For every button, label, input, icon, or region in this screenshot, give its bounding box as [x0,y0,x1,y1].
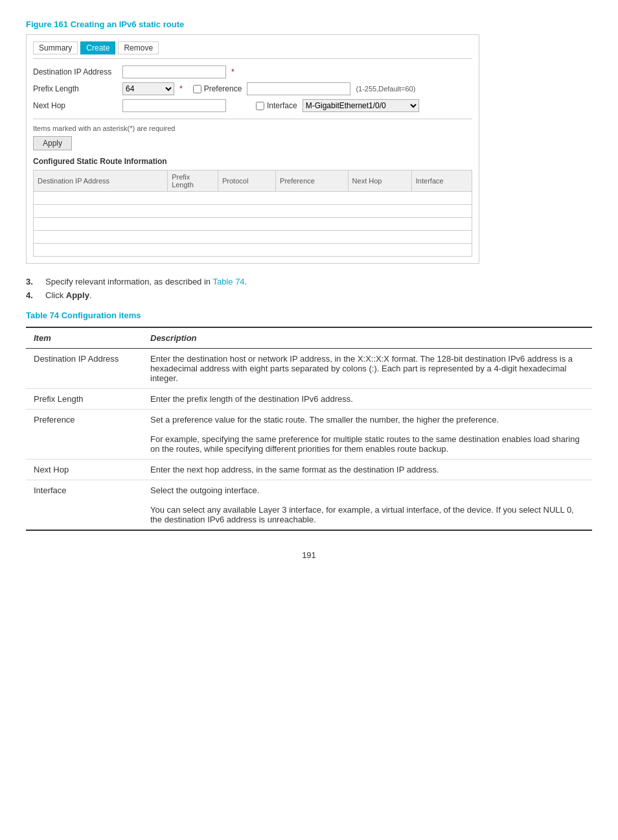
steps-section: 3. Specify relevant information, as desc… [26,277,592,300]
row-item: Prefix Length [26,389,143,410]
prefix-required: * [179,84,183,93]
configured-section-title: Configured Static Route Information [33,157,472,166]
config-items-tbody: Destination IP AddressEnter the destinat… [26,349,592,531]
preference-label: Preference [204,84,242,93]
step-4-number: 4. [26,290,38,300]
preference-checkbox-label[interactable]: Preference [193,84,242,93]
row-item: Preference [26,410,143,460]
summary-button[interactable]: Summary [33,41,78,54]
row-item: Next Hop [26,460,143,480]
create-button[interactable]: Create [80,41,115,54]
required-note: Items marked with an asterisk(*) are req… [33,124,472,132]
toolbar: Summary Create Remove [33,41,472,59]
interface-select[interactable]: M-GigabitEthernet1/0/0 [303,99,419,112]
row-description: Enter the next hop address, in the same … [143,460,592,480]
row-description: Select the outgoing interface.You can se… [143,480,592,531]
prefix-length-select[interactable]: 64 [122,82,174,95]
row-description: Set a preference value for the static ro… [143,410,592,460]
col-dest-ip: Destination IP Address [34,170,168,192]
page-number: 191 [26,550,592,560]
col-preference: Preference [276,170,349,192]
table-row [34,244,472,257]
figure-title: Figure 161 Creating an IPv6 static route [26,19,592,29]
col-prefix: PrefixLength [168,170,218,192]
table-row [34,205,472,218]
interface-checkbox-label[interactable]: Interface [256,101,297,110]
table-row: Destination IP AddressEnter the destinat… [26,349,592,389]
table-header-item: Item [26,327,143,349]
step-3-number: 3. [26,277,38,286]
table74-title: Table 74 Configuration items [26,310,592,320]
dest-ip-label: Destination IP Address [33,67,117,76]
row-item: Destination IP Address [26,349,143,389]
col-protocol: Protocol [218,170,276,192]
next-hop-label: Next Hop [33,101,117,110]
step-4-text: Click Apply. [45,290,92,300]
step-4: 4. Click Apply. [26,290,592,300]
table-row [34,231,472,244]
table-row: InterfaceSelect the outgoing interface.Y… [26,480,592,531]
table-row [34,218,472,231]
step-3: 3. Specify relevant information, as desc… [26,277,592,286]
row-description: Enter the prefix length of the destinati… [143,389,592,410]
next-hop-input[interactable] [122,99,226,112]
dest-ip-required: * [231,67,235,76]
interface-label-text: Interface [267,101,297,110]
preference-checkbox[interactable] [193,85,201,93]
preference-hint: (1-255,Default=60) [356,85,415,93]
dest-ip-input[interactable] [122,65,226,78]
col-next-hop: Next Hop [348,170,411,192]
remove-button[interactable]: Remove [118,41,159,54]
table-row: Next HopEnter the next hop address, in t… [26,460,592,480]
table-row: PreferenceSet a preference value for the… [26,410,592,460]
configured-table-body [34,192,472,257]
table-header-description: Description [143,327,592,349]
table74-link[interactable]: Table 74 [212,277,244,286]
table-row [34,192,472,205]
figure-ui-box: Summary Create Remove Destination IP Add… [26,34,479,264]
preference-input[interactable] [247,82,350,95]
configured-table: Destination IP Address PrefixLength Prot… [33,170,472,257]
col-interface: Interface [411,170,472,192]
row-description: Enter the destination host or network IP… [143,349,592,389]
apply-button[interactable]: Apply [33,136,72,150]
interface-checkbox[interactable] [256,102,264,110]
config-items-table: Item Description Destination IP AddressE… [26,327,592,531]
table-row: Prefix LengthEnter the prefix length of … [26,389,592,410]
prefix-length-label: Prefix Length [33,84,117,93]
step-3-text: Specify relevant information, as describ… [45,277,247,286]
row-item: Interface [26,480,143,531]
